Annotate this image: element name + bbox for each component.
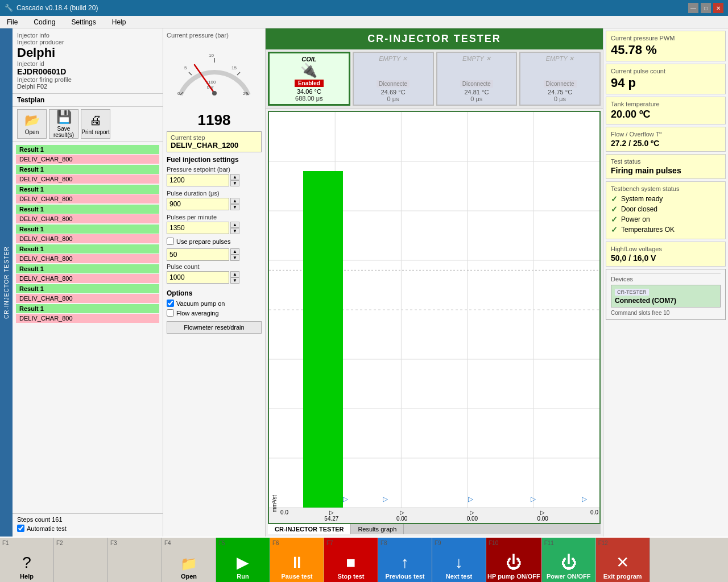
fkey-f7[interactable]: F7 ■ Stop test [324,538,378,582]
pressure-up-button[interactable]: ▲ [230,174,239,180]
device-type-label: CR-TESTER [615,289,649,296]
fkey-icon-F8: ↑ [401,554,409,572]
result-label-3: Result 1 [16,205,159,214]
flow-averaging-checkbox[interactable] [167,309,174,317]
result-value-8[interactable]: DELIV_CHAR_800 [16,314,159,323]
print-report-button[interactable]: 🖨 Print report [81,109,110,139]
pulse-duration-down-button[interactable]: ▼ [230,204,239,210]
result-label-0: Result 1 [16,145,159,154]
open-button[interactable]: 📂 Open [17,109,47,139]
pressure-setpoint-input[interactable] [167,174,229,186]
close-button[interactable]: ✕ [713,3,723,13]
window-controls[interactable]: — □ ✕ [688,3,723,13]
pulse-count-down-button[interactable]: ▼ [230,277,239,284]
fkey-f1[interactable]: F1 ? Help [0,538,54,582]
fkey-f12[interactable]: F12 ✕ Exit program [596,538,650,582]
fkey-f4[interactable]: F4 📁 Open [162,538,216,582]
fkey-text-F10: HP pump ON/OFF [487,573,540,580]
prepare-down-button[interactable]: ▼ [230,255,239,261]
use-prepare-checkbox[interactable] [167,238,174,245]
fkey-f11[interactable]: F11 ⏻ Power ON/OFF [542,538,596,582]
slot-label-3: EMPTY ✕ [462,55,491,63]
save-result-button[interactable]: 💾 Save result(s) [49,109,78,139]
vacuum-pump-row[interactable]: Vacuum pump on [167,300,262,307]
menu-file[interactable]: File [2,17,22,27]
fkey-f2[interactable]: F2 [54,538,108,582]
minimize-button[interactable]: — [688,3,698,13]
injector-slot-3[interactable]: EMPTY ✕ Diconnecte 24.81 °C 0 μs [436,52,518,106]
firing-profile-label: Injector firing profile [17,76,158,83]
fkey-f3[interactable]: F3 [108,538,162,582]
testplan-buttons: 📂 Open 💾 Save result(s) 🖨 Print report [13,107,163,142]
slot-label-1: COIL [301,56,316,63]
options-title: Options [167,289,262,297]
slot-temp-2: 24.69 °C [381,89,406,95]
injector-slot-2[interactable]: EMPTY ✕ Diconnecte 24.69 °C 0 μs [353,52,434,106]
result-value-5[interactable]: DELIV_CHAR_800 [16,254,159,263]
fkey-icon-F11: ⏻ [561,553,577,572]
chart-tabs: CR-INJECTOR TESTER Results graph [268,524,601,534]
fkey-f9[interactable]: F9 ↓ Next test [432,538,486,582]
result-value-4[interactable]: DELIV_CHAR_800 [16,234,159,243]
ppm-down-button[interactable]: ▼ [230,228,239,234]
sidebar-label: CR-INJECTOR TESTER [0,28,13,537]
status-door-closed: ✓ Door closed [611,205,721,214]
pulse-duration-input[interactable] [167,198,229,210]
menu-help[interactable]: Help [107,17,131,27]
fkey-text-F6: Pause test [281,573,312,580]
chart-unit: mm³/st [271,495,278,513]
result-value-3[interactable]: DELIV_CHAR_800 [16,214,159,223]
injector-slot-4[interactable]: EMPTY ✕ Diconnecte 24.75 °C 0 μs [519,52,601,106]
flow-col-4: ▷0.00 [510,509,576,522]
result-value-0[interactable]: DELIV_CHAR_800 [16,155,159,164]
pulse-count-up-button[interactable]: ▲ [230,271,239,277]
injector-coil-icon: 🔌 [300,63,317,78]
ppm-up-button[interactable]: ▲ [230,222,239,228]
device-cr-tester: CR-TESTER Connected (COM7) [611,285,721,307]
menu-coding[interactable]: Coding [29,17,60,27]
flowmeter-reset-button[interactable]: Flowmeter reset/drain [167,321,262,334]
pulse-count-input[interactable] [167,271,229,284]
slot-temp-3: 24.81 °C [464,89,489,95]
pressure-setpoint-label: Pressure setpoint (bar) [167,166,262,173]
auto-test-checkbox[interactable] [17,525,24,532]
auto-test-label[interactable]: Automatic test [17,525,158,532]
fkey-f8[interactable]: F8 ↑ Previous test [378,538,432,582]
flow-col-2: ▷0.00 [369,509,435,522]
result-value-1[interactable]: DELIV_CHAR_800 [16,174,159,184]
tab-results-graph[interactable]: Results graph [351,524,404,534]
pressure-down-button[interactable]: ▼ [230,180,239,186]
pulse-duration-up-button[interactable]: ▲ [230,198,239,204]
arrow-3: ▷ [468,495,473,503]
check-icon-2: ✓ [611,205,618,214]
steps-count: Steps count 161 Automatic test [13,513,163,537]
injector-slot-1[interactable]: COIL 🔌 Enabled 34.06 °C 688.00 μs [268,52,350,106]
tab-cr-injector[interactable]: CR-INJECTOR TESTER [268,524,351,534]
slot-temp-4: 24.75 °C [548,89,572,95]
pulse-count-row: Pulse count ▲ ▼ [167,263,262,284]
pressure-value: 1198 [167,111,262,129]
fkey-text-F4: Open [181,573,197,580]
check-icon-1: ✓ [611,194,618,203]
menu-settings[interactable]: Settings [67,17,100,27]
chart-wrapper: ▷ ▷ ▷ ▷ ▷ 0.0 ▷54.27▷0.00▷0.00▷0.00 0.0 … [266,109,603,537]
fkey-f6[interactable]: F6 ⏸ Pause test [270,538,324,582]
tester-header: CR-INJECTOR TESTER [266,28,603,49]
result-list[interactable]: Result 1DELIV_CHAR_800Result 1DELIV_CHAR… [13,142,163,513]
vacuum-pump-checkbox[interactable] [167,300,174,307]
fkey-f5[interactable]: F5 ▶ Run [216,538,270,582]
pulses-per-minute-input[interactable] [167,222,229,234]
prepare-up-button[interactable]: ▲ [230,248,239,255]
status-system-ready: ✓ System ready [611,194,721,203]
use-prepare-row[interactable]: Use prepare pulses [167,238,262,245]
result-value-6[interactable]: DELIV_CHAR_800 [16,274,159,283]
fkey-f10[interactable]: F10 ⏻ HP pump ON/OFF [486,538,542,582]
result-value-2[interactable]: DELIV_CHAR_800 [16,194,159,203]
fkey-icon-F12: ✕ [616,553,629,572]
chart-inner: ▷ ▷ ▷ ▷ ▷ [269,112,599,508]
result-value-7[interactable]: DELIV_CHAR_800 [16,294,159,303]
flow-averaging-row[interactable]: Flow averaging [167,309,262,317]
prepare-value-input[interactable] [167,248,229,261]
fkey-label-F10: F10 [489,540,498,546]
maximize-button[interactable]: □ [701,3,711,13]
